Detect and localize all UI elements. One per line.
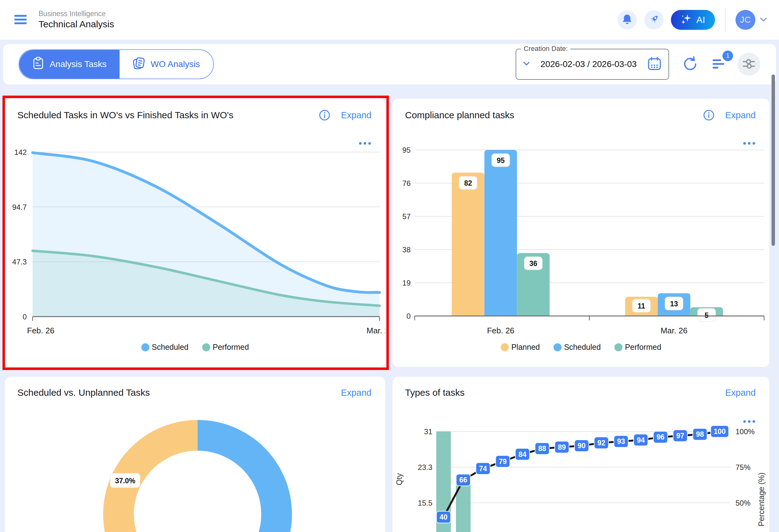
y-tick-label: 38	[402, 246, 411, 254]
left-tick-label: 31	[424, 427, 432, 436]
creation-date-value: 2026-02-03 / 2026-03-03	[535, 59, 642, 69]
info-icon[interactable]	[319, 109, 331, 121]
cumulative-point-label: 74	[479, 465, 487, 473]
right-tick-label: 100%	[735, 427, 755, 436]
card-header: Scheduled Tasks in WO's vs Finished Task…	[5, 99, 385, 121]
legend-item-scheduled[interactable]: Scheduled	[553, 343, 601, 352]
bar-scheduled-feb-26	[485, 150, 517, 316]
legend-label: Performed	[213, 343, 249, 352]
cumulative-point-label: 97	[676, 432, 684, 440]
header-actions: AI JC	[617, 7, 767, 32]
creation-date-label: Creation Date:	[521, 45, 570, 53]
x-label: Feb. 26	[487, 326, 515, 335]
rocket-icon	[648, 13, 660, 27]
legend-item-performed[interactable]: Performed	[202, 343, 249, 352]
sparkle-icon	[681, 14, 692, 26]
creation-date-field[interactable]: Creation Date: 2026-02-03 / 2026-03-03	[516, 49, 669, 80]
ai-assistant-button[interactable]: AI	[671, 10, 715, 30]
y-tick-label: 142	[14, 148, 27, 156]
chart-legend: ScheduledPerformed	[5, 343, 385, 352]
refresh-button[interactable]	[680, 54, 700, 74]
cumulative-point-label: 79	[499, 458, 507, 466]
card-header: Compliance planned tasks Expand	[393, 99, 769, 121]
y-tick-label: 0	[407, 312, 411, 320]
bar-value-label: 82	[464, 179, 472, 187]
y-tick-label: 57	[402, 212, 411, 221]
y-tick-label: 94.7	[12, 203, 27, 211]
ai-button-label: AI	[697, 15, 705, 25]
tab-label: Analysis Tasks	[50, 59, 107, 69]
hamburger-menu-icon[interactable]	[12, 12, 29, 28]
y-tick-label: 76	[402, 179, 411, 188]
cumulative-point-label: 100	[714, 427, 726, 436]
legend-label: Planned	[511, 343, 540, 352]
cumulative-point-label: 92	[597, 439, 605, 447]
x-label: Feb. 26	[27, 326, 54, 335]
cumulative-point-label: 96	[657, 433, 665, 441]
cumulative-point-label: 89	[558, 443, 566, 451]
filter-button[interactable]: 1	[711, 56, 728, 73]
cumulative-point-label: 88	[538, 445, 546, 453]
cumulative-point-label: 90	[578, 442, 586, 450]
filter-toolbar: Analysis Tasks WO Analysis Creation Date…	[3, 44, 776, 84]
chart-title: Compliance planned tasks	[405, 110, 692, 120]
legend-dot	[501, 343, 509, 351]
tab-wo-analysis[interactable]: WO Analysis	[120, 50, 213, 78]
settings-button[interactable]	[737, 53, 760, 76]
launch-button[interactable]	[644, 10, 663, 29]
chart-legend: PlannedScheduledPerformed	[393, 343, 769, 352]
legend-item-performed[interactable]: Performed	[614, 343, 661, 352]
avatar: JC	[735, 10, 756, 30]
cumulative-point-label: 94	[637, 436, 645, 444]
bar-value-label: 13	[670, 300, 678, 308]
expand-link[interactable]: Expand	[341, 110, 371, 120]
donut-chart: 37.0%	[5, 377, 385, 532]
right-tick-label: 75%	[735, 463, 751, 471]
legend-dot	[614, 343, 622, 351]
chevron-down-icon	[760, 17, 767, 23]
dashboard-screen: Business Intelligence Technical Analysis	[0, 0, 779, 532]
page-title: Technical Analysis	[39, 18, 114, 30]
analysis-tab-group: Analysis Tasks WO Analysis	[19, 49, 214, 79]
clipboard-icon	[32, 57, 44, 72]
user-menu[interactable]: JC	[735, 10, 767, 30]
left-tick-label: 23.3	[418, 463, 432, 471]
cumulative-point-label: 93	[617, 437, 625, 446]
calendar-icon[interactable]	[647, 57, 662, 72]
chevron-down-icon[interactable]	[523, 61, 530, 67]
card-compliance-planned-tasks: Compliance planned tasks Expand 95765738…	[393, 99, 769, 367]
wo-document-icon	[133, 57, 145, 72]
filter-lines-icon	[712, 67, 727, 71]
chart-title: Scheduled Tasks in WO's vs Finished Task…	[17, 110, 308, 120]
card-scheduled-vs-unplanned: Scheduled vs. Unplanned Tasks Expand 37.…	[5, 377, 385, 532]
header-divider	[725, 7, 726, 32]
y-tick-label: 95	[402, 146, 411, 154]
cumulative-point-label: 40	[439, 513, 447, 521]
x-label: Mar. 26	[366, 326, 385, 335]
app-title: Business Intelligence	[39, 10, 114, 18]
bell-icon	[622, 14, 633, 26]
info-icon[interactable]	[703, 109, 715, 121]
legend-item-scheduled[interactable]: Scheduled	[141, 343, 188, 352]
legend-item-planned[interactable]: Planned	[501, 343, 540, 352]
notifications-button[interactable]	[617, 10, 637, 29]
expand-link[interactable]: Expand	[725, 110, 756, 120]
cumulative-point-label: 66	[459, 476, 468, 484]
area-chart: 14294.747.30Feb. 26Mar. 26	[5, 145, 385, 350]
bar-chart: 9576573819082953611135Feb. 26Mar. 26	[393, 145, 769, 350]
tab-analysis-tasks[interactable]: Analysis Tasks	[19, 50, 120, 78]
cumulative-point-label: 98	[696, 430, 704, 438]
legend-dot	[141, 343, 149, 351]
donut-percentage-label: 37.0%	[115, 477, 135, 485]
legend-label: Performed	[625, 343, 661, 352]
x-label: Mar. 26	[661, 326, 688, 335]
bar-value-label: 95	[497, 156, 505, 164]
legend-label: Scheduled	[564, 343, 601, 352]
y-tick-label: 47.3	[12, 258, 27, 266]
bar-value-label: 5	[705, 311, 709, 319]
scrollbar-thumb[interactable]	[772, 74, 775, 246]
right-tick-label: 50%	[735, 499, 751, 507]
legend-label: Scheduled	[152, 343, 188, 352]
left-tick-label: 15.5	[418, 499, 432, 507]
sliders-icon	[742, 57, 756, 72]
